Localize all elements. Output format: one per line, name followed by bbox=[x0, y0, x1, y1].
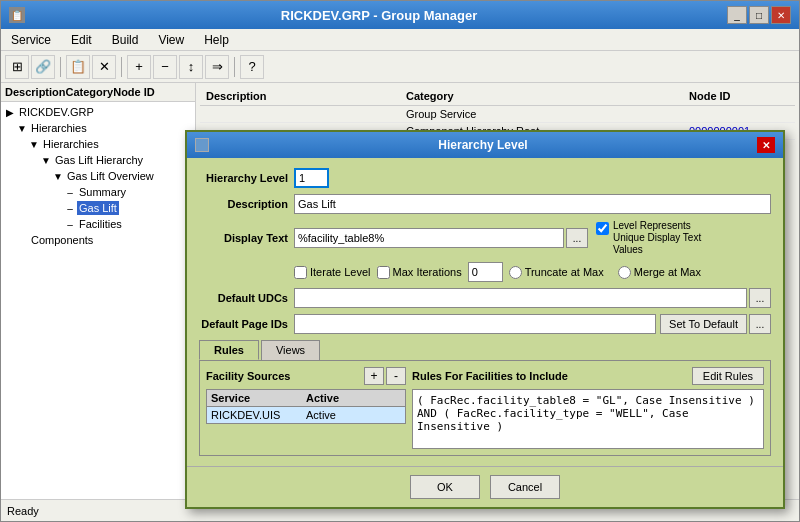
tree-node-gaslift[interactable]: – Gas Lift bbox=[3, 200, 193, 216]
tree-label: Gas Lift bbox=[77, 201, 119, 215]
truncate-label: Truncate at Max bbox=[525, 266, 604, 278]
default-udcs-ellipsis-button[interactable]: ... bbox=[749, 288, 771, 308]
tree-node-rickdev[interactable]: ▶ RICKDEV.GRP bbox=[3, 104, 193, 120]
minimize-button[interactable]: _ bbox=[727, 6, 747, 24]
facility-sources-header: Facility Sources + - bbox=[206, 367, 406, 385]
edit-rules-button[interactable]: Edit Rules bbox=[692, 367, 764, 385]
default-pageids-ellipsis-button[interactable]: ... bbox=[749, 314, 771, 334]
toolbar-sep-1 bbox=[60, 57, 61, 77]
tree-col-nodeid: Node ID bbox=[113, 86, 193, 98]
toolbar-minus-btn[interactable]: − bbox=[153, 55, 177, 79]
default-udcs-input[interactable] bbox=[294, 288, 747, 308]
title-bar: 📋 RICKDEV.GRP - Group Manager _ □ ✕ bbox=[1, 1, 799, 29]
rules-text: ( FacRec.facility_table8 = "GL", Case In… bbox=[412, 389, 764, 449]
toolbar-paste-btn[interactable]: 📋 bbox=[66, 55, 90, 79]
tree-node-components[interactable]: Components bbox=[3, 232, 193, 248]
toolbar-delete-btn[interactable]: ✕ bbox=[92, 55, 116, 79]
toolbar-move-btn[interactable]: ↕ bbox=[179, 55, 203, 79]
tree-col-category: Category bbox=[66, 86, 114, 98]
max-iterations-checkbox[interactable] bbox=[377, 266, 390, 279]
menu-build[interactable]: Build bbox=[106, 31, 145, 49]
tree-node-gaslift-overview[interactable]: ▼ Gas Lift Overview bbox=[3, 168, 193, 184]
rules-section: Rules For Facilities to Include Edit Rul… bbox=[412, 367, 764, 449]
truncate-radio-item: Truncate at Max bbox=[509, 266, 604, 279]
facility-table-row[interactable]: RICKDEV.UIS Active bbox=[207, 407, 405, 423]
remove-facility-button[interactable]: - bbox=[386, 367, 406, 385]
header-category: Category bbox=[406, 90, 689, 102]
ok-button[interactable]: OK bbox=[410, 475, 480, 499]
facility-row-active: Active bbox=[306, 409, 401, 421]
merge-radio-item: Merge at Max bbox=[618, 266, 701, 279]
dialog-title: Hierarchy Level bbox=[209, 138, 757, 152]
dialog-footer: OK Cancel bbox=[187, 466, 783, 507]
unique-display-checkbox[interactable] bbox=[596, 222, 609, 235]
dialog-close-button[interactable]: ✕ bbox=[757, 137, 775, 153]
radio-group: Truncate at Max Merge at Max bbox=[509, 266, 701, 279]
tree-node-summary[interactable]: – Summary bbox=[3, 184, 193, 200]
iterate-level-row: Iterate Level Max Iterations Truncate at… bbox=[199, 262, 771, 282]
menu-view[interactable]: View bbox=[152, 31, 190, 49]
display-text-ellipsis-button[interactable]: ... bbox=[566, 228, 588, 248]
tree-label: Summary bbox=[77, 185, 128, 199]
tabs-header: Rules Views bbox=[199, 340, 771, 361]
tree-label: Hierarchies bbox=[29, 121, 89, 135]
description-label: Description bbox=[199, 198, 294, 210]
header-nodeid: Node ID bbox=[689, 90, 789, 102]
max-iterations-input[interactable] bbox=[468, 262, 503, 282]
cancel-button[interactable]: Cancel bbox=[490, 475, 560, 499]
tab-rules[interactable]: Rules bbox=[199, 340, 259, 360]
default-udcs-label: Default UDCs bbox=[199, 292, 294, 304]
hierarchy-level-input[interactable] bbox=[294, 168, 329, 188]
iterate-level-checkbox[interactable] bbox=[294, 266, 307, 279]
description-input[interactable] bbox=[294, 194, 771, 214]
window-title: RICKDEV.GRP - Group Manager bbox=[31, 8, 727, 23]
toolbar-help-btn[interactable]: ? bbox=[240, 55, 264, 79]
facility-sources-buttons: + - bbox=[364, 367, 406, 385]
maximize-button[interactable]: □ bbox=[749, 6, 769, 24]
status-text: Ready bbox=[7, 505, 39, 517]
row-nodeid bbox=[689, 108, 789, 120]
tree-node-hierarchies2[interactable]: ▼ Hierarchies bbox=[3, 136, 193, 152]
toolbar-copy-btn[interactable]: ⇒ bbox=[205, 55, 229, 79]
expand-icon: ▼ bbox=[27, 139, 41, 150]
expand-icon: – bbox=[63, 187, 77, 198]
default-udcs-row: Default UDCs ... bbox=[199, 288, 771, 308]
window-controls: _ □ ✕ bbox=[727, 6, 791, 24]
display-text-input[interactable] bbox=[294, 228, 564, 248]
facility-sources-panel: Facility Sources + - Service Active bbox=[206, 367, 406, 449]
set-to-default-button[interactable]: Set To Default bbox=[660, 314, 747, 334]
toolbar-add-btn[interactable]: + bbox=[127, 55, 151, 79]
default-pageids-label: Default Page IDs bbox=[199, 318, 294, 330]
add-facility-button[interactable]: + bbox=[364, 367, 384, 385]
tree-col-description: Description bbox=[5, 86, 66, 98]
dialog-icon bbox=[195, 138, 209, 152]
tree-node-facilities[interactable]: – Facilities bbox=[3, 216, 193, 232]
iterate-level-label: Iterate Level bbox=[310, 266, 371, 278]
merge-radio[interactable] bbox=[618, 266, 631, 279]
tab-split: Facility Sources + - Service Active bbox=[206, 367, 764, 449]
menu-help[interactable]: Help bbox=[198, 31, 235, 49]
menu-edit[interactable]: Edit bbox=[65, 31, 98, 49]
rules-title: Rules For Facilities to Include bbox=[412, 370, 568, 382]
facility-sources-title: Facility Sources bbox=[206, 370, 290, 382]
hierarchy-level-label: Hierarchy Level bbox=[199, 172, 294, 184]
tree-label: Components bbox=[29, 233, 95, 247]
toolbar-link-btn[interactable]: 🔗 bbox=[31, 55, 55, 79]
hierarchy-level-row: Hierarchy Level bbox=[199, 168, 771, 188]
expand-icon: – bbox=[63, 203, 77, 214]
description-row: Description bbox=[199, 194, 771, 214]
dialog-body: Hierarchy Level Description Display Text… bbox=[187, 158, 783, 466]
menu-service[interactable]: Service bbox=[5, 31, 57, 49]
close-button[interactable]: ✕ bbox=[771, 6, 791, 24]
default-pageids-input[interactable] bbox=[294, 314, 656, 334]
tabs-container: Rules Views Facility Sources + - bbox=[199, 340, 771, 456]
tree-label: Hierarchies bbox=[41, 137, 101, 151]
tab-views[interactable]: Views bbox=[261, 340, 320, 360]
tree-node-hierarchies1[interactable]: ▼ Hierarchies bbox=[3, 120, 193, 136]
expand-icon: ▼ bbox=[15, 123, 29, 134]
tree-node-gaslift-hierarchy[interactable]: ▼ Gas Lift Hierarchy bbox=[3, 152, 193, 168]
facility-table-header: Service Active bbox=[207, 390, 405, 407]
toolbar-grid-btn[interactable]: ⊞ bbox=[5, 55, 29, 79]
tree-label: Facilities bbox=[77, 217, 124, 231]
truncate-radio[interactable] bbox=[509, 266, 522, 279]
